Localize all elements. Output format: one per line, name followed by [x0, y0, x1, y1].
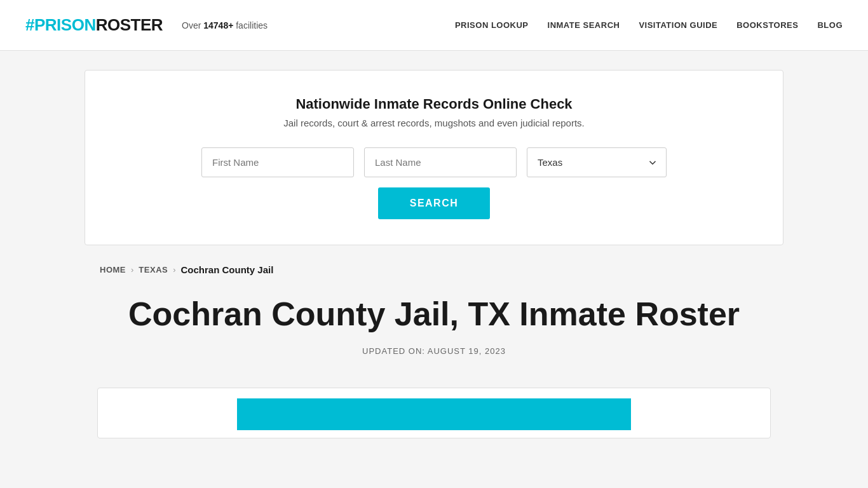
bottom-card-bar	[237, 398, 631, 430]
search-section-title: Nationwide Inmate Records Online Check	[123, 96, 745, 112]
page-title-section: Cochran County Jail, TX Inmate Roster UP…	[97, 288, 771, 369]
state-select[interactable]: Texas Alabama Alaska Arizona Arkansas Ca…	[527, 147, 667, 177]
site-header: #PRISONROSTER Over 14748+ facilities PRI…	[0, 0, 868, 51]
search-inputs-row: Texas Alabama Alaska Arizona Arkansas Ca…	[201, 147, 667, 177]
bottom-card	[97, 388, 771, 438]
updated-date: UPDATED ON: AUGUST 19, 2023	[97, 346, 771, 356]
breadcrumb-home[interactable]: Home	[100, 265, 126, 274]
search-form: Texas Alabama Alaska Arizona Arkansas Ca…	[123, 147, 745, 177]
main-nav: PRISON LOOKUP INMATE SEARCH VISITATION G…	[455, 20, 843, 30]
nav-bookstores[interactable]: BOOKSTORES	[736, 20, 798, 30]
breadcrumb-state[interactable]: Texas	[139, 265, 168, 274]
breadcrumb-container: Home › Texas › Cochran County Jail	[97, 264, 771, 275]
logo-hash: #	[25, 15, 34, 34]
site-logo[interactable]: #PRISONROSTER	[25, 15, 163, 35]
first-name-input[interactable]	[201, 147, 354, 177]
nav-visitation-guide[interactable]: VISITATION GUIDE	[639, 20, 717, 30]
breadcrumb-separator-1: ›	[131, 265, 133, 274]
nav-inmate-search[interactable]: INMATE SEARCH	[548, 20, 620, 30]
facilities-number: 14748+	[203, 20, 233, 30]
breadcrumb-separator-2: ›	[173, 265, 175, 274]
logo-roster: ROSTER	[96, 15, 163, 34]
search-button-row: SEARCH	[123, 187, 745, 219]
last-name-input[interactable]	[364, 147, 517, 177]
nav-blog[interactable]: BLOG	[817, 20, 843, 30]
search-button[interactable]: SEARCH	[378, 187, 491, 219]
nav-prison-lookup[interactable]: PRISON LOOKUP	[455, 20, 529, 30]
search-section-subtitle: Jail records, court & arrest records, mu…	[123, 118, 745, 128]
main-content: Home › Texas › Cochran County Jail Cochr…	[85, 264, 783, 438]
facilities-count-text: Over 14748+ facilities	[182, 20, 268, 30]
logo-prison: PRISON	[34, 15, 96, 34]
search-section: Nationwide Inmate Records Online Check J…	[85, 70, 783, 245]
breadcrumb-current: Cochran County Jail	[181, 264, 274, 275]
page-title: Cochran County Jail, TX Inmate Roster	[97, 294, 771, 334]
breadcrumb: Home › Texas › Cochran County Jail	[100, 264, 771, 275]
